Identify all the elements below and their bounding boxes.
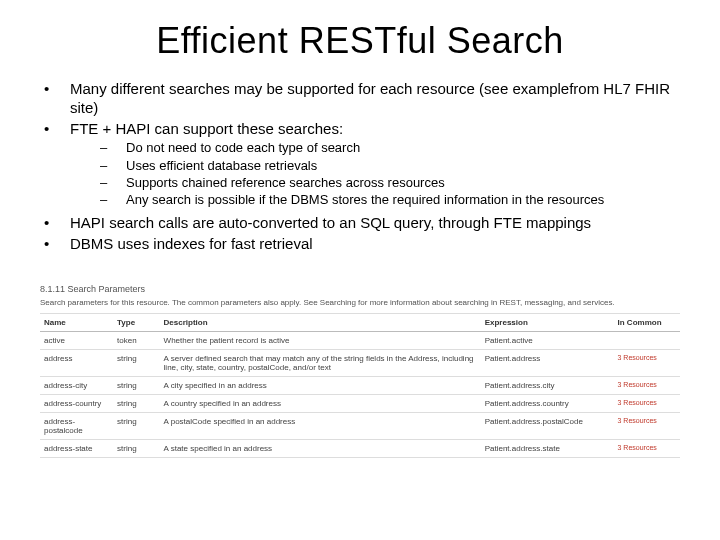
cell-in-common: 3 Resources bbox=[614, 412, 680, 439]
bullet-text: Many different searches may be supported… bbox=[70, 80, 680, 118]
search-params-table: Name Type Description Expression In Comm… bbox=[40, 313, 680, 458]
dash-icon: – bbox=[100, 140, 126, 156]
col-expression: Expression bbox=[481, 313, 614, 331]
list-item: • FTE + HAPI can support these searches:… bbox=[40, 120, 680, 213]
cell-in-common: 3 Resources bbox=[614, 439, 680, 457]
slide-title: Efficient RESTful Search bbox=[40, 20, 680, 62]
table-row: addressstringA server defined search tha… bbox=[40, 349, 680, 376]
col-type: Type bbox=[113, 313, 160, 331]
in-common-link[interactable]: 3 Resources bbox=[618, 417, 657, 424]
cell-in-common: 3 Resources bbox=[614, 376, 680, 394]
sub-text: Any search is possible if the DBMS store… bbox=[126, 192, 680, 208]
cell-in-common: 3 Resources bbox=[614, 349, 680, 376]
col-name: Name bbox=[40, 313, 113, 331]
section-heading: Search Parameters bbox=[68, 284, 146, 294]
cell-name: address-postalcode bbox=[40, 412, 113, 439]
cell-description: A city specified in an address bbox=[160, 376, 481, 394]
section-number-value: 8.1.11 bbox=[40, 284, 65, 294]
list-item: –Do not need to code each type of search bbox=[100, 140, 680, 156]
cell-type: string bbox=[113, 394, 160, 412]
bullet-text-inner: FTE + HAPI can support these searches: bbox=[70, 120, 343, 137]
table-row: address-postalcodestringA postalCode spe… bbox=[40, 412, 680, 439]
sub-text: Uses efficient database retrievals bbox=[126, 158, 680, 174]
cell-name: address bbox=[40, 349, 113, 376]
cell-type: string bbox=[113, 349, 160, 376]
list-item: –Supports chained reference searches acr… bbox=[100, 175, 680, 191]
list-item: • DBMS uses indexes for fast retrieval bbox=[40, 235, 680, 254]
dash-icon: – bbox=[100, 192, 126, 208]
table-row: address-statestringA state specified in … bbox=[40, 439, 680, 457]
bullet-dot-icon: • bbox=[40, 80, 70, 118]
in-common-link[interactable]: 3 Resources bbox=[618, 399, 657, 406]
cell-name: address-state bbox=[40, 439, 113, 457]
cell-description: A state specified in an address bbox=[160, 439, 481, 457]
cell-expression: Patient.active bbox=[481, 331, 614, 349]
sub-text: Supports chained reference searches acro… bbox=[126, 175, 680, 191]
cell-name: address-country bbox=[40, 394, 113, 412]
cell-expression: Patient.address bbox=[481, 349, 614, 376]
cell-name: address-city bbox=[40, 376, 113, 394]
cell-description: A country specified in an address bbox=[160, 394, 481, 412]
dash-icon: – bbox=[100, 175, 126, 191]
section-description: Search parameters for this resource. The… bbox=[40, 298, 680, 307]
cell-description: Whether the patient record is active bbox=[160, 331, 481, 349]
table-row: address-countrystringA country specified… bbox=[40, 394, 680, 412]
list-item: • HAPI search calls are auto-converted t… bbox=[40, 214, 680, 233]
sub-list: –Do not need to code each type of search… bbox=[70, 140, 680, 208]
cell-type: token bbox=[113, 331, 160, 349]
list-item: –Any search is possible if the DBMS stor… bbox=[100, 192, 680, 208]
bullet-dot-icon: • bbox=[40, 120, 70, 213]
cell-type: string bbox=[113, 439, 160, 457]
list-item: –Uses efficient database retrievals bbox=[100, 158, 680, 174]
cell-name: active bbox=[40, 331, 113, 349]
search-params-section: 8.1.11 Search Parameters Search paramete… bbox=[40, 284, 680, 458]
cell-description: A postalCode specified in an address bbox=[160, 412, 481, 439]
sub-text: Do not need to code each type of search bbox=[126, 140, 680, 156]
bullet-text: DBMS uses indexes for fast retrieval bbox=[70, 235, 680, 254]
bullet-dot-icon: • bbox=[40, 214, 70, 233]
table-row: activetokenWhether the patient record is… bbox=[40, 331, 680, 349]
table-row: address-citystringA city specified in an… bbox=[40, 376, 680, 394]
cell-type: string bbox=[113, 376, 160, 394]
section-number: 8.1.11 Search Parameters bbox=[40, 284, 680, 294]
in-common-link[interactable]: 3 Resources bbox=[618, 444, 657, 451]
list-item: • Many different searches may be support… bbox=[40, 80, 680, 118]
bullet-list: • Many different searches may be support… bbox=[40, 80, 680, 254]
in-common-link[interactable]: 3 Resources bbox=[618, 381, 657, 388]
cell-in-common bbox=[614, 331, 680, 349]
in-common-link[interactable]: 3 Resources bbox=[618, 354, 657, 361]
cell-type: string bbox=[113, 412, 160, 439]
col-description: Description bbox=[160, 313, 481, 331]
bullet-dot-icon: • bbox=[40, 235, 70, 254]
dash-icon: – bbox=[100, 158, 126, 174]
cell-description: A server defined search that may match a… bbox=[160, 349, 481, 376]
table-header-row: Name Type Description Expression In Comm… bbox=[40, 313, 680, 331]
cell-expression: Patient.address.country bbox=[481, 394, 614, 412]
cell-expression: Patient.address.state bbox=[481, 439, 614, 457]
cell-in-common: 3 Resources bbox=[614, 394, 680, 412]
bullet-text: FTE + HAPI can support these searches: –… bbox=[70, 120, 680, 213]
bullet-text: HAPI search calls are auto-converted to … bbox=[70, 214, 680, 233]
col-in-common: In Common bbox=[614, 313, 680, 331]
cell-expression: Patient.address.city bbox=[481, 376, 614, 394]
cell-expression: Patient.address.postalCode bbox=[481, 412, 614, 439]
